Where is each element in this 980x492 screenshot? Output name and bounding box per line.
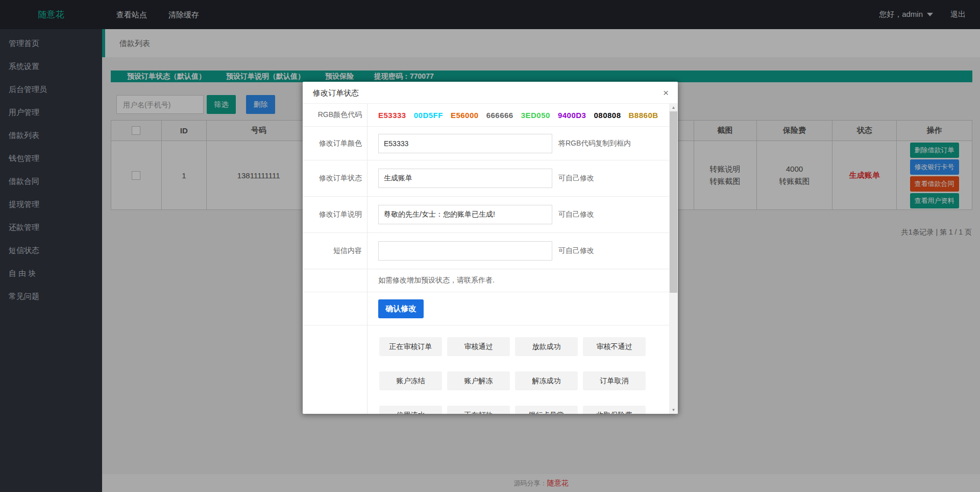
status-collect-insurance-button[interactable]: 收取保险费 (583, 406, 646, 414)
rgb-code-black: 080808 (594, 111, 621, 120)
rgb-code-goldenrod: B8860B (629, 111, 658, 120)
sms-content-hint: 可自己修改 (558, 246, 594, 255)
order-status-input[interactable] (378, 169, 552, 188)
order-color-row: 修改订单颜色 将RGB代码复制到框内 (303, 127, 669, 160)
order-desc-label: 修改订单说明 (303, 197, 368, 232)
scrollbar-down-icon[interactable]: ▼ (669, 406, 678, 414)
status-loan-success-button[interactable]: 放款成功 (515, 337, 578, 356)
status-order-cancel-button[interactable]: 订单取消 (583, 371, 646, 390)
note-row: 如需修改增加预设状态，请联系作者. (303, 269, 669, 292)
note-label-spacer (303, 269, 368, 292)
status-card-abnormal-button[interactable]: 银行卡异常 (515, 406, 578, 414)
modal-body: RGB颜色代码 E53333 00D5FF E56000 666666 3ED0… (303, 104, 669, 414)
order-status-row: 修改订单状态 可自己修改 (303, 160, 669, 197)
confirm-label-spacer (303, 292, 368, 325)
modal-scrollbar[interactable]: ▲ ▼ (669, 104, 678, 414)
rgb-codes-row: RGB颜色代码 E53333 00D5FF E56000 666666 3ED0… (303, 104, 669, 127)
edit-order-status-modal: 修改订单状态 × RGB颜色代码 E53333 00D5FF E56000 66… (303, 82, 678, 414)
preset-status-row: 正在审核订单 审核通过 放款成功 审核不通过 账户冻结 账户解冻 解冻成功 订单… (303, 325, 669, 414)
order-desc-input[interactable] (378, 205, 552, 224)
contact-author-note: 如需修改增加预设状态，请联系作者. (378, 276, 495, 285)
order-status-label: 修改订单状态 (303, 160, 368, 196)
rgb-code-purple: 9400D3 (558, 111, 586, 120)
sms-content-input[interactable] (378, 241, 552, 261)
rgb-code-gray: 666666 (486, 111, 513, 120)
rgb-code-green: 3ED050 (521, 111, 550, 120)
rgb-code-orange: E56000 (451, 111, 479, 120)
status-account-frozen-button[interactable]: 账户冻结 (379, 371, 442, 390)
status-credit-flow-button[interactable]: 信用流水 (379, 406, 442, 414)
rgb-code-list: E53333 00D5FF E56000 666666 3ED050 9400D… (378, 111, 658, 120)
confirm-row: 确认修改 (303, 292, 669, 325)
rgb-codes-label: RGB颜色代码 (303, 104, 368, 126)
order-color-label: 修改订单颜色 (303, 127, 368, 160)
status-account-unfreeze-button[interactable]: 账户解冻 (447, 371, 510, 390)
order-color-hint: 将RGB代码复制到框内 (558, 139, 631, 148)
confirm-edit-button[interactable]: 确认修改 (378, 299, 424, 318)
status-approved-button[interactable]: 审核通过 (447, 337, 510, 356)
order-desc-row: 修改订单说明 可自己修改 (303, 197, 669, 233)
sms-content-label: 短信内容 (303, 233, 368, 269)
scrollbar-thumb[interactable] (670, 111, 677, 293)
order-status-hint: 可自己修改 (558, 174, 594, 183)
status-unfreeze-success-button[interactable]: 解冻成功 (515, 371, 578, 390)
order-color-input[interactable] (378, 134, 552, 153)
close-icon[interactable]: × (661, 82, 671, 104)
modal-title: 修改订单状态 (303, 82, 678, 104)
status-reviewing-button[interactable]: 正在审核订单 (379, 337, 442, 356)
sms-content-row: 短信内容 可自己修改 (303, 233, 669, 269)
scrollbar-up-icon[interactable]: ▲ (669, 104, 678, 111)
rgb-code-red: E53333 (378, 111, 406, 120)
order-desc-hint: 可自己修改 (558, 210, 594, 219)
rgb-code-cyan: 00D5FF (414, 111, 443, 120)
modal-header: 修改订单状态 × (303, 82, 678, 104)
status-paying-button[interactable]: 正在打款 (447, 406, 510, 414)
status-rejected-button[interactable]: 审核不通过 (583, 337, 646, 356)
preset-status-label-spacer (303, 325, 368, 414)
preset-status-buttons: 正在审核订单 审核通过 放款成功 审核不通过 账户冻结 账户解冻 解冻成功 订单… (368, 325, 669, 414)
